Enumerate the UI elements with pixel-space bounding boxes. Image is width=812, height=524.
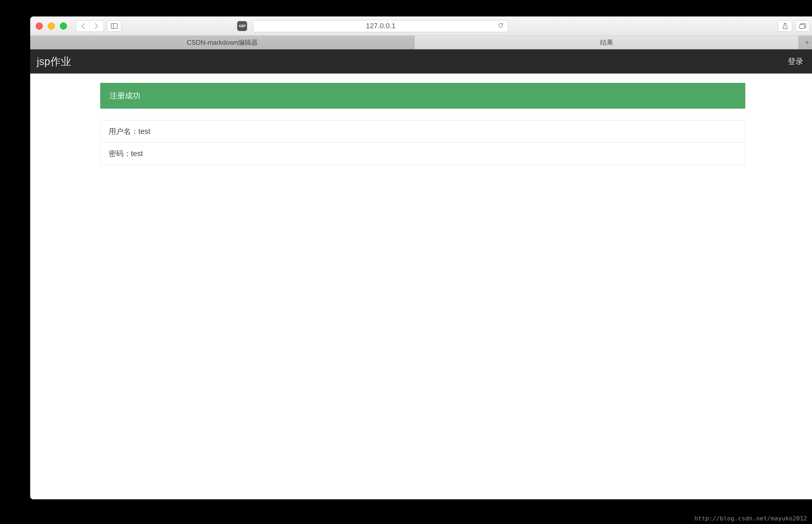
show-tabs-button[interactable]: [796, 20, 810, 32]
browser-toolbar: ABP 127.0.0.1: [30, 16, 812, 36]
close-window-button[interactable]: [36, 22, 43, 30]
tab-bar: CSDN-markdown编辑器 结果 +: [30, 36, 812, 49]
site-navbar: jsp作业 登录: [30, 49, 812, 73]
username-value: test: [138, 127, 150, 135]
reload-icon[interactable]: [498, 22, 504, 30]
username-label: 用户名：: [109, 127, 138, 135]
alert-message: 注册成功: [110, 91, 140, 100]
username-row: 用户名：test: [100, 120, 745, 143]
result-list: 用户名：test 密码：test: [100, 120, 745, 165]
address-bar[interactable]: 127.0.0.1: [253, 20, 508, 32]
tab-label: CSDN-markdown编辑器: [187, 38, 258, 47]
sidebar-icon: [111, 23, 117, 29]
back-button[interactable]: [76, 20, 90, 32]
minimize-window-button[interactable]: [48, 22, 55, 30]
main-container: 注册成功 用户名：test 密码：test: [100, 73, 745, 165]
password-label: 密码：: [109, 149, 131, 158]
tab-label: 结果: [600, 38, 613, 47]
tab-result[interactable]: 结果: [414, 36, 799, 49]
abp-label: ABP: [239, 24, 245, 28]
tab-csdn-editor[interactable]: CSDN-markdown编辑器: [30, 36, 414, 49]
maximize-window-button[interactable]: [60, 22, 67, 30]
forward-button[interactable]: [90, 20, 104, 32]
navbar-brand[interactable]: jsp作业: [37, 54, 71, 69]
share-button[interactable]: [778, 20, 792, 32]
password-value: test: [131, 149, 143, 158]
watermark-text: http://blog.csdn.net/mayuko2012: [694, 515, 807, 522]
success-alert: 注册成功: [100, 83, 745, 109]
login-link[interactable]: 登录: [788, 56, 803, 67]
url-text: 127.0.0.1: [366, 22, 396, 30]
abp-extension-icon[interactable]: ABP: [237, 21, 247, 31]
page-content: jsp作业 登录 注册成功 用户名：test 密码：test: [30, 49, 812, 499]
navigation-buttons: [76, 20, 104, 32]
new-tab-button[interactable]: +: [799, 36, 812, 49]
sidebar-toggle-button[interactable]: [107, 20, 121, 32]
window-controls: [36, 22, 67, 30]
svg-rect-0: [800, 25, 805, 29]
browser-window: ABP 127.0.0.1 CSDN-markdown编辑器 结果 +: [30, 16, 812, 499]
password-row: 密码：test: [100, 143, 745, 165]
